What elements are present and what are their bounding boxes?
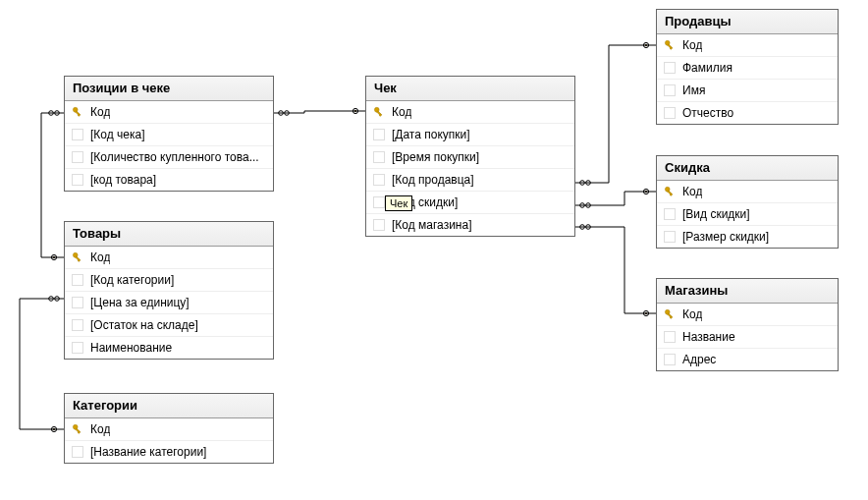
field-row[interactable]: Отчество	[657, 102, 838, 124]
field-label: Код	[682, 37, 702, 53]
field-label: [код товара]	[90, 172, 156, 188]
field-row[interactable]: [Код магазина]	[366, 214, 574, 236]
key-icon	[71, 105, 84, 119]
entity-positions[interactable]: Позиции в чеке Код[Код чека][Количество …	[64, 76, 274, 192]
field-row[interactable]: [Остаток на складе]	[65, 314, 273, 337]
field-row[interactable]: [Дата покупки]	[366, 124, 574, 146]
field-label: [Дата покупки]	[392, 127, 470, 142]
field-row[interactable]: Наименование	[65, 337, 273, 359]
field-row[interactable]: [Код категории]	[65, 269, 273, 292]
field-row[interactable]: [Цена за единицу]	[65, 292, 273, 314]
tooltip-text: Чек	[390, 197, 407, 209]
field-row[interactable]: Код	[657, 304, 838, 326]
key-icon	[71, 422, 84, 436]
field-icon	[71, 445, 84, 459]
field-label: [Количество купленного това...	[90, 149, 259, 165]
field-label: Код	[90, 250, 110, 265]
field-icon	[71, 318, 84, 332]
field-row[interactable]: [Количество купленного това...	[65, 146, 273, 169]
field-label: [Код магазина]	[392, 217, 472, 233]
field-label: Адрес	[682, 352, 716, 367]
field-icon	[663, 330, 677, 344]
diagram-canvas[interactable]: Позиции в чеке Код[Код чека][Количество …	[0, 0, 868, 500]
field-row[interactable]: [Название категории]	[65, 441, 273, 463]
entity-stores[interactable]: Магазины КодНазваниеАдрес	[656, 278, 839, 371]
field-label: Код	[90, 104, 110, 120]
field-icon	[71, 173, 84, 187]
field-icon	[372, 128, 386, 141]
key-icon	[663, 185, 677, 198]
field-icon	[372, 173, 386, 187]
entity-title[interactable]: Позиции в чеке	[65, 77, 273, 101]
field-label: [Код чека]	[90, 127, 145, 142]
field-icon	[663, 207, 677, 221]
field-row[interactable]: [Код продавца]	[366, 169, 574, 192]
entity-title[interactable]: Скидка	[657, 156, 838, 181]
field-icon	[71, 128, 84, 141]
key-icon	[663, 38, 677, 52]
key-icon	[372, 105, 386, 119]
entity-categories[interactable]: Категории Код[Название категории]	[64, 393, 274, 464]
field-row[interactable]: [Размер скидки]	[657, 226, 838, 248]
field-icon	[71, 341, 84, 355]
field-icon	[663, 230, 677, 244]
field-row[interactable]: [Вид скидки]	[657, 203, 838, 226]
field-label: [Код категории]	[90, 272, 174, 288]
field-row[interactable]: [код товара]	[65, 169, 273, 191]
field-label: Фамилия	[682, 60, 732, 76]
field-label: [Остаток на складе]	[90, 317, 198, 333]
entity-discount[interactable]: Скидка Код[Вид скидки][Размер скидки]	[656, 155, 839, 249]
field-icon	[71, 296, 84, 309]
field-label: [Вид скидки]	[682, 206, 750, 222]
field-icon	[372, 150, 386, 164]
field-row[interactable]: [Код чека]	[65, 124, 273, 146]
tooltip: Чек	[385, 195, 412, 211]
field-row[interactable]: Название	[657, 326, 838, 349]
field-label: Код	[682, 306, 702, 322]
field-icon	[663, 61, 677, 75]
field-label: Наименование	[90, 340, 172, 356]
key-icon	[71, 250, 84, 264]
field-row[interactable]: Код	[657, 181, 838, 203]
entity-title[interactable]: Продавцы	[657, 10, 838, 34]
entity-sellers[interactable]: Продавцы КодФамилияИмяОтчество	[656, 9, 839, 125]
field-row[interactable]: Имя	[657, 80, 838, 102]
field-icon	[372, 218, 386, 232]
entity-title[interactable]: Товары	[65, 222, 273, 247]
entity-title[interactable]: Чек	[366, 77, 574, 101]
field-icon	[71, 273, 84, 287]
field-row[interactable]: Код	[65, 101, 273, 124]
field-label: Код	[392, 104, 411, 120]
field-label: Название	[682, 329, 735, 345]
field-icon	[663, 83, 677, 97]
field-row[interactable]: Код	[366, 101, 574, 124]
field-row[interactable]: Фамилия	[657, 57, 838, 80]
entity-goods[interactable]: Товары Код[Код категории][Цена за единиц…	[64, 221, 274, 360]
field-icon	[663, 353, 677, 366]
field-label: [Размер скидки]	[682, 229, 769, 245]
field-row[interactable]: Код	[657, 34, 838, 57]
field-label: Код	[90, 421, 110, 437]
key-icon	[663, 307, 677, 321]
field-label: [Цена за единицу]	[90, 295, 190, 310]
field-label: Код	[682, 184, 702, 199]
entity-title[interactable]: Категории	[65, 394, 273, 418]
field-row[interactable]: [Время покупки]	[366, 146, 574, 169]
field-icon	[372, 195, 386, 209]
entity-title[interactable]: Магазины	[657, 279, 838, 304]
field-label: [Время покупки]	[392, 149, 479, 165]
field-label: [Название категории]	[90, 444, 206, 460]
field-icon	[663, 106, 677, 120]
field-label: Отчество	[682, 105, 733, 121]
field-row[interactable]: Код	[65, 418, 273, 441]
field-row[interactable]: Код	[65, 247, 273, 269]
field-label: Имя	[682, 83, 705, 98]
entity-check[interactable]: Чек Код[Дата покупки][Время покупки][Код…	[365, 76, 575, 237]
field-label: [Код продавца]	[392, 172, 474, 188]
field-row[interactable]: Адрес	[657, 349, 838, 370]
field-icon	[71, 150, 84, 164]
